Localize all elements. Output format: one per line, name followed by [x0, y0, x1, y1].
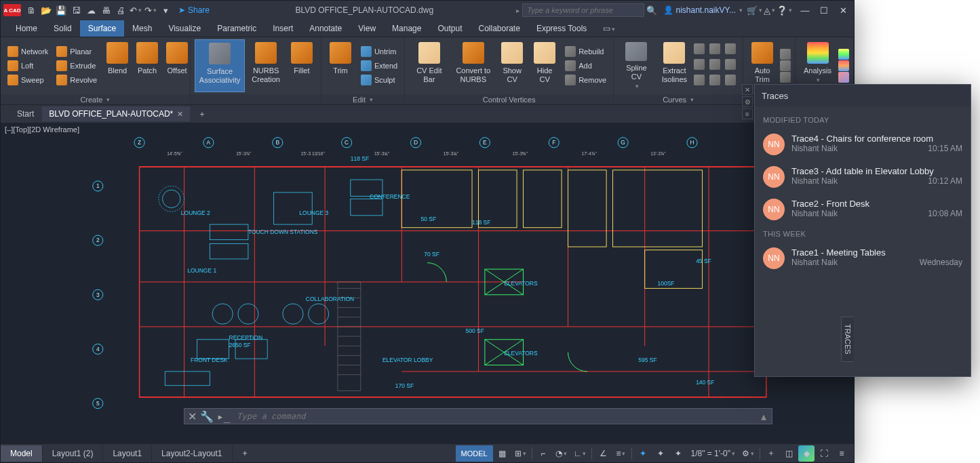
- menu-tab-insert[interactable]: Insert: [264, 20, 301, 37]
- iso2-icon[interactable]: ✦: [652, 445, 669, 462]
- new-tab-button[interactable]: ＋: [191, 106, 213, 123]
- curve-tool-icon[interactable]: [725, 59, 736, 70]
- planar-button[interactable]: Planar: [54, 45, 100, 58]
- snap-icon[interactable]: ⊞▾: [512, 445, 529, 462]
- cart-icon[interactable]: 🛒▾: [747, 3, 762, 18]
- maximize-button[interactable]: ☐: [816, 3, 832, 18]
- cleanscreen-icon[interactable]: ⛶: [816, 445, 832, 462]
- customize-icon[interactable]: ≡: [834, 445, 850, 462]
- proj-tool-icon[interactable]: [780, 72, 791, 83]
- iso-icon[interactable]: ✦: [635, 445, 651, 462]
- trace-item[interactable]: NNTrace2 - Front DeskNishant Naik10:08 A…: [760, 193, 965, 226]
- file-tab-start[interactable]: Start: [10, 106, 41, 121]
- menu-tab-mesh[interactable]: Mesh: [124, 20, 160, 37]
- file-tab-active[interactable]: BLVD OFFICE_PLAN-AUTOCAD* ✕: [42, 106, 190, 121]
- menu-tab-parametric[interactable]: Parametric: [209, 20, 264, 37]
- menu-tab-surface[interactable]: Surface: [80, 20, 124, 37]
- gear-icon[interactable]: ⚙▾: [739, 445, 757, 462]
- minimize-button[interactable]: —: [797, 3, 813, 18]
- polar-icon[interactable]: ◔▾: [553, 445, 570, 462]
- layout-tab[interactable]: Layout2-Layout1: [152, 445, 232, 462]
- qat-save-icon[interactable]: 💾: [54, 3, 68, 18]
- extrude-button[interactable]: Extrude: [54, 59, 100, 73]
- menu-tab-solid[interactable]: Solid: [45, 20, 80, 37]
- menu-tab-express-tools[interactable]: Express Tools: [528, 20, 595, 37]
- an-tool-icon[interactable]: [838, 72, 849, 83]
- command-line[interactable]: ✕ 🔧 ▸_ ▴: [184, 408, 772, 424]
- cmd-close-icon[interactable]: ✕: [184, 410, 199, 423]
- menu-tab-manage[interactable]: Manage: [384, 20, 429, 37]
- curve-tool-icon[interactable]: [725, 75, 736, 85]
- convert-nurbs-button[interactable]: Convert to NURBS: [452, 39, 494, 92]
- quickprops-icon[interactable]: ◫: [781, 445, 797, 462]
- menu-overflow-icon[interactable]: ▭▾: [595, 20, 623, 37]
- offset-button[interactable]: Offset: [162, 39, 192, 92]
- sculpt-button[interactable]: Sculpt: [358, 73, 400, 87]
- close-tab-icon[interactable]: ✕: [177, 110, 183, 119]
- cv-edit-bar-button[interactable]: CV Edit Bar: [409, 39, 449, 92]
- search-arrow-icon[interactable]: ▸: [513, 7, 522, 14]
- otrack-icon[interactable]: ∠: [595, 445, 611, 462]
- qat-open-icon[interactable]: 📂: [39, 3, 54, 18]
- panel-close-icon[interactable]: ✕: [742, 84, 753, 95]
- menu-tab-collaborate[interactable]: Collaborate: [471, 20, 528, 37]
- panel-gear-icon[interactable]: ⚙: [742, 96, 753, 107]
- cmd-expand-icon[interactable]: ▴: [756, 410, 772, 423]
- layout-tab[interactable]: Model: [1, 445, 43, 462]
- spline-cv-button[interactable]: Spline CV▾: [618, 39, 655, 92]
- an-tool-icon[interactable]: [838, 49, 849, 60]
- surface-associativity-button[interactable]: Surface Associativity: [195, 39, 246, 92]
- add-layout-button[interactable]: ＋: [233, 447, 257, 459]
- user-menu[interactable]: 👤 nishant.naikVY... ▾: [659, 5, 747, 15]
- share-button[interactable]: ➤ Share: [173, 5, 215, 15]
- qat-cloud-icon[interactable]: ☁: [83, 3, 98, 18]
- curve-tool-icon[interactable]: [725, 43, 736, 54]
- trace-item[interactable]: NNTrace1 - Meeting TablesNishant NaikWed…: [760, 242, 965, 275]
- menu-tab-visualize[interactable]: Visualize: [160, 20, 209, 37]
- untrim-button[interactable]: Untrim: [358, 45, 400, 58]
- ortho-icon[interactable]: ⌐: [535, 445, 551, 462]
- revolve-button[interactable]: Revolve: [54, 73, 100, 87]
- sweep-button[interactable]: Sweep: [5, 73, 51, 87]
- qat-redo-icon[interactable]: ↷▾: [143, 3, 158, 18]
- modelspace-toggle[interactable]: MODEL: [456, 445, 493, 462]
- trim-button[interactable]: Trim: [326, 39, 355, 92]
- proj-tool-icon[interactable]: [780, 49, 791, 60]
- qat-plot-icon[interactable]: 🖶: [98, 3, 113, 18]
- proj-tool-icon[interactable]: [780, 60, 791, 71]
- nurbs-creation-button[interactable]: NURBS Creation: [248, 39, 284, 92]
- search-icon[interactable]: 🔍: [644, 3, 659, 18]
- traces-side-tab[interactable]: TRACES: [841, 317, 854, 362]
- add-button[interactable]: Add: [562, 59, 609, 73]
- curve-tool-icon[interactable]: [709, 75, 720, 85]
- autodesk-icon[interactable]: ◬▾: [762, 3, 777, 18]
- loft-button[interactable]: Loft: [5, 59, 51, 73]
- cmd-config-icon[interactable]: 🔧: [199, 410, 214, 423]
- floorplan-drawing[interactable]: ZABCDEFGH 12345 14'-5⅝"15'-3⅞"15'-3 13/1…: [6, 135, 848, 416]
- menu-tab-home[interactable]: Home: [7, 20, 45, 37]
- trace-item[interactable]: NNTrace4 - Chairs for conference roomNis…: [760, 128, 965, 161]
- navtool-icon[interactable]: ◆: [798, 445, 815, 462]
- panel-menu-icon[interactable]: ≡: [742, 108, 753, 119]
- trace-item[interactable]: NNTrace3 - Add table in Elevator LobbyNi…: [760, 161, 965, 193]
- qat-undo-icon[interactable]: ↶▾: [128, 3, 143, 18]
- fillet-button[interactable]: Fillet: [287, 39, 317, 92]
- remove-button[interactable]: Remove: [562, 73, 609, 87]
- extend-button[interactable]: Extend: [358, 59, 400, 73]
- curve-tool-icon[interactable]: [694, 75, 705, 85]
- osnap-icon[interactable]: ∟▾: [571, 445, 589, 462]
- iso3-icon[interactable]: ✦: [670, 445, 686, 462]
- layout-tab[interactable]: Layout1: [103, 445, 152, 462]
- menu-tab-output[interactable]: Output: [429, 20, 470, 37]
- curve-tool-icon[interactable]: [709, 43, 720, 54]
- command-input[interactable]: [233, 411, 756, 421]
- qat-saveas-icon[interactable]: 🖫: [68, 3, 83, 18]
- search-box[interactable]: [522, 3, 644, 17]
- network-button[interactable]: Network: [5, 45, 51, 58]
- viewport[interactable]: [–][Top][2D Wireframe] TRACES ZABCDEFGH …: [1, 123, 854, 443]
- scale-display[interactable]: 1/8" = 1'-0"▾: [688, 445, 738, 462]
- curve-tool-icon[interactable]: [694, 59, 705, 70]
- blend-button[interactable]: Blend: [102, 39, 132, 92]
- qat-more-icon[interactable]: ▾: [158, 3, 173, 18]
- curve-tool-icon[interactable]: [709, 59, 720, 70]
